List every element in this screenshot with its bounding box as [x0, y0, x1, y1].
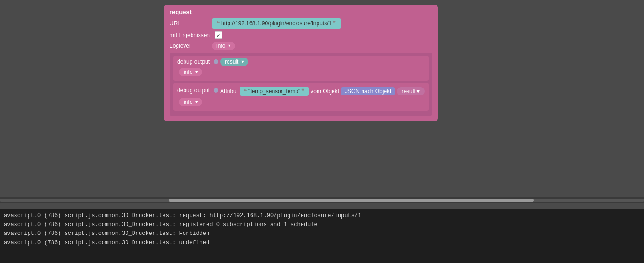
url-label: URL — [170, 20, 207, 27]
info-row-2: info ▼ — [177, 98, 425, 106]
request-block: request URL ❝ http://192.168.1.90/plugin… — [164, 5, 438, 121]
result-dropdown-2[interactable]: result ▼ — [397, 87, 424, 95]
result-value-2: result — [401, 88, 415, 95]
console-text-1: avascript.0 (786) script.js.common.3D_Dr… — [4, 212, 361, 219]
loglevel-dropdown[interactable]: info ▼ — [212, 42, 235, 50]
attribut-label: Attribut — [220, 88, 238, 95]
json-nach-objekt-value: JSON nach Objekt — [345, 88, 391, 95]
canvas-area: request URL ❝ http://192.168.1.90/plugin… — [0, 0, 644, 201]
scrollbar-area — [0, 197, 644, 203]
loglevel-row: Loglevel info ▼ — [170, 42, 432, 50]
connector-2 — [214, 88, 218, 93]
close-quote: ❞ — [333, 20, 336, 27]
inner-blocks: debug output result ▼ info ▼ — [170, 53, 432, 116]
result-value-1: result — [225, 58, 238, 65]
debug-row-1: debug output result ▼ — [177, 58, 425, 66]
info-value-1: info — [184, 69, 192, 75]
info-arrow-icon-2: ▼ — [194, 100, 199, 104]
debug-block-1: debug output result ▼ info ▼ — [173, 56, 429, 81]
open-quote: ❝ — [216, 20, 220, 27]
console-text-2: avascript.0 (786) script.js.common.3D_Dr… — [4, 221, 318, 228]
debug-row-2: debug output Attribut ❝ "temp_sensor_tem… — [177, 85, 425, 96]
temp-string-block: ❝ "temp_sensor_temp" ❞ — [240, 87, 309, 96]
loglevel-label: Loglevel — [170, 43, 207, 49]
json-nach-objekt-block: JSON nach Objekt — [341, 87, 395, 95]
vom-objekt-label: vom Objekt — [311, 88, 339, 95]
attr-row: Attribut ❝ "temp_sensor_temp" ❞ vom Obje… — [220, 87, 425, 96]
loglevel-value: info — [216, 43, 225, 49]
request-title: request — [170, 8, 432, 15]
url-row: URL ❝ http://192.168.1.90/plugin/enclosu… — [170, 18, 432, 29]
mit-ergebnissen-row: mit Ergebnissen ✓ — [170, 31, 432, 39]
console-line-1: avascript.0 (786) script.js.common.3D_Dr… — [4, 212, 640, 220]
debug-block-2: debug output Attribut ❝ "temp_sensor_tem… — [173, 83, 429, 111]
loglevel-arrow-icon: ▼ — [227, 44, 231, 48]
connector-1 — [214, 59, 218, 64]
info-dropdown-2[interactable]: info ▼ — [179, 98, 202, 106]
info-row-1: info ▼ — [177, 68, 425, 76]
open-quote-2: ❝ — [244, 88, 247, 95]
mit-ergebnissen-label: mit Ergebnissen — [170, 32, 210, 38]
info-value-2: info — [184, 99, 192, 105]
result-arrow-icon-2: ▼ — [415, 88, 421, 95]
temp-string-value: "temp_sensor_temp" — [248, 88, 300, 95]
console-area: avascript.0 (786) script.js.common.3D_Dr… — [0, 209, 644, 263]
result-dropdown-1[interactable]: result ▼ — [220, 58, 248, 66]
scrollbar-thumb[interactable] — [169, 199, 534, 202]
debug-output-label-2: debug output — [177, 87, 210, 94]
info-dropdown-1[interactable]: info ▼ — [179, 68, 202, 76]
scrollbar-track — [0, 199, 644, 202]
close-quote-2: ❞ — [301, 88, 305, 95]
mit-ergebnissen-checkbox[interactable]: ✓ — [215, 31, 222, 39]
debug-output-label-1: debug output — [177, 58, 210, 65]
info-arrow-icon-1: ▼ — [194, 70, 199, 74]
console-text-3: avascript.0 (786) script.js.common.3D_Dr… — [4, 230, 209, 237]
console-line-2: avascript.0 (786) script.js.common.3D_Dr… — [4, 220, 640, 229]
console-line-3: avascript.0 (786) script.js.common.3D_Dr… — [4, 229, 640, 238]
url-field[interactable]: ❝ http://192.168.1.90/plugin/enclosure/i… — [212, 18, 341, 29]
console-text-4: avascript.0 (786) script.js.common.3D_Dr… — [4, 240, 209, 246]
url-value: http://192.168.1.90/plugin/enclosure/inp… — [221, 20, 332, 27]
result-arrow-icon-1: ▼ — [240, 59, 244, 64]
console-line-4: avascript.0 (786) script.js.common.3D_Dr… — [4, 239, 640, 248]
